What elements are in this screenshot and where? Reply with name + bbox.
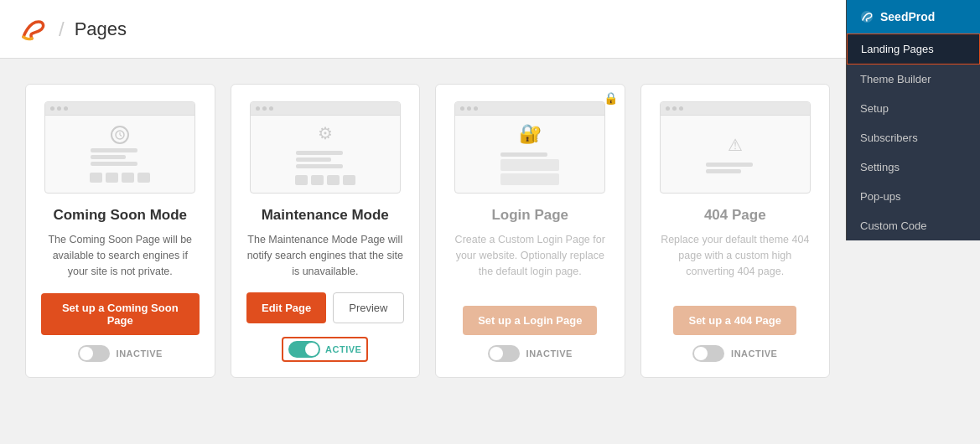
- seedprod-logo: [17, 13, 49, 45]
- 404-card: ⚠ 404 Page Replace your default theme 40…: [640, 84, 831, 378]
- nav-item-theme-builder[interactable]: Theme Builder: [847, 65, 980, 94]
- browser-dot-10: [666, 106, 670, 111]
- mock-input-2: [500, 173, 559, 185]
- coming-soon-title: Coming Soon Mode: [53, 207, 187, 224]
- cards-grid: Coming Soon Mode The Coming Soon Page wi…: [25, 84, 830, 378]
- nav-item-subscribers[interactable]: Subscribers: [847, 123, 980, 152]
- mock-line-9: [706, 169, 741, 173]
- preview-button[interactable]: Preview: [333, 292, 403, 323]
- login-status-label: INACTIVE: [526, 348, 573, 359]
- maintenance-title: Maintenance Mode: [262, 207, 389, 224]
- browser-bar-2: [251, 102, 400, 116]
- browser-bar-3: [455, 102, 604, 116]
- browser-body: [45, 116, 194, 193]
- maintenance-btn-group: Edit Page Preview: [246, 292, 404, 327]
- browser-dot-12: [679, 106, 683, 111]
- nav-item-landing-pages[interactable]: Landing Pages: [847, 34, 980, 65]
- login-title: Login Page: [491, 207, 568, 224]
- browser-bar: [45, 102, 194, 116]
- coming-soon-card: Coming Soon Mode The Coming Soon Page wi…: [25, 84, 215, 378]
- premium-lock-icon: 🔒: [604, 91, 618, 105]
- nav-item-settings[interactable]: Settings: [847, 152, 980, 182]
- mock-block-7: [327, 175, 340, 185]
- mock-text-lines: [91, 148, 149, 166]
- 404-description: Replace your default theme 404 page with…: [656, 232, 815, 292]
- setup-coming-soon-button[interactable]: Set up a Coming Soon Page: [41, 293, 200, 335]
- maintenance-toggle-track: [288, 341, 320, 358]
- edit-page-button[interactable]: Edit Page: [246, 292, 326, 323]
- browser-dot-6: [269, 106, 273, 111]
- clock-icon: [111, 126, 129, 144]
- mock-line-5: [296, 157, 331, 162]
- lock-icon: 🔐: [519, 123, 542, 145]
- nav-brand-header: SeedProd: [847, 0, 980, 34]
- login-toggle[interactable]: [488, 345, 520, 362]
- browser-dot-5: [262, 106, 267, 111]
- coming-soon-status-label: INACTIVE: [117, 348, 163, 359]
- mock-line-8: [706, 163, 753, 167]
- browser-mock-coming-soon: [45, 102, 194, 193]
- mock-line-2: [91, 155, 126, 159]
- browser-bar-4: [661, 102, 810, 116]
- nav-item-setup[interactable]: Setup: [847, 94, 980, 123]
- active-toggle-wrapper: ACTIVE: [282, 337, 368, 362]
- 404-toggle[interactable]: [692, 345, 724, 362]
- coming-soon-toggle[interactable]: [78, 345, 110, 362]
- mock-block-3: [122, 173, 134, 183]
- mock-block-6: [311, 175, 324, 185]
- 404-preview: ⚠: [660, 101, 811, 194]
- mock-line-6: [296, 164, 343, 168]
- maintenance-preview: ⚙: [250, 101, 401, 194]
- setup-404-button[interactable]: Set up a 404 Page: [673, 306, 796, 335]
- mock-line-3: [91, 162, 137, 166]
- main-content: Coming Soon Mode The Coming Soon Page wi…: [0, 59, 855, 403]
- nav-item-custom-code[interactable]: Custom Code: [847, 211, 980, 240]
- browser-body-3: 🔐: [455, 116, 604, 193]
- browser-dot-2: [57, 106, 61, 111]
- login-toggle-thumb: [490, 347, 503, 360]
- header-divider: /: [59, 18, 65, 41]
- maintenance-toggle[interactable]: [288, 341, 320, 358]
- 404-status-label: INACTIVE: [731, 348, 777, 359]
- login-card: 🔒 🔐: [435, 84, 625, 378]
- nav-item-popups[interactable]: Pop-ups: [847, 182, 980, 211]
- maintenance-toggle-thumb: [305, 343, 319, 356]
- mock-line-4: [296, 151, 343, 155]
- svg-line-2: [120, 135, 122, 137]
- browser-dot-4: [256, 106, 260, 111]
- nav-brand-label: SeedProd: [880, 10, 935, 23]
- coming-soon-status-row: INACTIVE: [78, 345, 163, 362]
- setup-login-button[interactable]: Set up a Login Page: [463, 306, 597, 335]
- nav-dropdown: SeedProd Landing Pages Theme Builder Set…: [846, 0, 980, 240]
- browser-body-2: ⚙: [251, 116, 400, 193]
- coming-soon-preview: [44, 101, 195, 194]
- warning-icon: ⚠: [728, 135, 743, 155]
- page-title: Pages: [75, 18, 127, 40]
- login-status-row: INACTIVE: [488, 345, 573, 362]
- login-toggle-track: [488, 345, 520, 362]
- login-preview: 🔐: [454, 101, 605, 194]
- mock-block-2: [106, 173, 118, 183]
- logo-area: / Pages: [17, 13, 127, 45]
- coming-soon-toggle-track: [78, 345, 110, 362]
- coming-soon-description: The Coming Soon Page will be available t…: [41, 232, 200, 280]
- mock-blocks-2: [295, 175, 355, 185]
- mock-block-1: [90, 173, 102, 183]
- browser-dot-3: [64, 106, 68, 111]
- browser-mock-maintenance: ⚙: [251, 102, 400, 193]
- mock-text-lines-4: [706, 163, 765, 173]
- login-description: Create a Custom Login Page for your webs…: [451, 232, 609, 292]
- gear-icon: ⚙: [318, 123, 333, 143]
- mock-block-8: [343, 175, 355, 185]
- browser-dot-8: [467, 106, 471, 111]
- browser-dot-11: [672, 106, 677, 111]
- mock-block-5: [295, 175, 308, 185]
- browser-dot-7: [460, 106, 464, 111]
- mock-input-1: [500, 159, 559, 171]
- mock-blocks: [90, 173, 150, 183]
- browser-body-4: ⚠: [661, 116, 810, 193]
- maintenance-status-label: ACTIVE: [325, 344, 361, 354]
- mock-text-lines-3: [500, 152, 559, 185]
- maintenance-status-row: ACTIVE: [282, 337, 368, 362]
- browser-mock-404: ⚠: [661, 102, 810, 193]
